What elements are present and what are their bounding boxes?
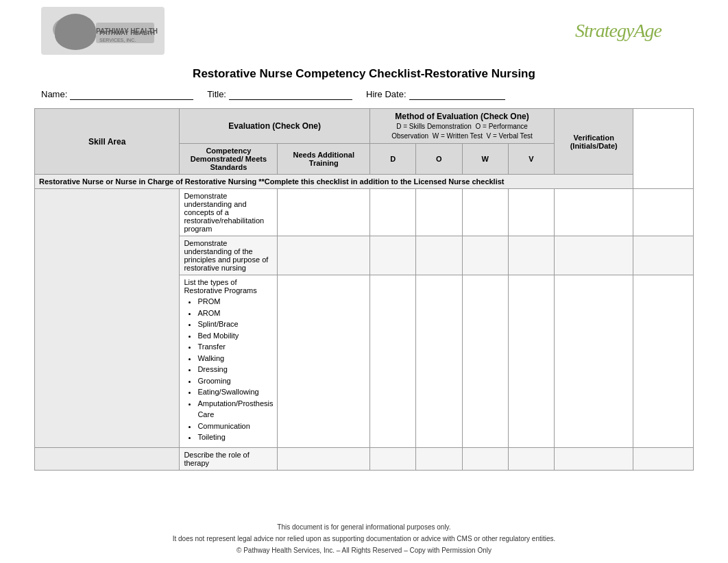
skill-list: PROM AROM Splint/Brace Bed Mobility Tran… <box>184 296 273 443</box>
document-title: Restorative Nurse Competency Checklist-R… <box>0 62 728 89</box>
logo-right-text: StrategyAge <box>575 20 662 42</box>
footer-line1: This document is for general information… <box>0 521 728 533</box>
d-col-header: D <box>370 144 416 175</box>
v-col-header: V <box>508 144 554 175</box>
check-w-3[interactable] <box>508 275 554 448</box>
skill-area-cell <box>35 189 180 448</box>
check-v-1[interactable] <box>555 189 633 236</box>
verification-header: Verification (Initials/Date) <box>555 109 633 175</box>
header-logos: PATHWAY HEALTH SERVICES, INC. StrategyAg… <box>0 0 728 62</box>
list-item: Bed Mobility <box>197 330 273 342</box>
check-d-2[interactable] <box>416 236 462 275</box>
check-needs-2[interactable] <box>370 236 416 275</box>
table-row: Demonstrate understanding and concepts o… <box>35 189 694 236</box>
list-item: Grooming <box>197 375 273 387</box>
check-needs-3[interactable] <box>370 275 416 448</box>
title-field: Title: <box>207 89 352 100</box>
page: PATHWAY HEALTH SERVICES, INC. StrategyAg… <box>0 0 728 563</box>
w-col-header: W <box>462 144 508 175</box>
method-header: Method of Evaluation (Check One) D = Ski… <box>370 109 555 144</box>
skill-area-cell-2 <box>35 447 180 470</box>
list-item: Dressing <box>197 364 273 375</box>
check-d-4[interactable] <box>416 447 462 470</box>
check-v-2[interactable] <box>555 236 633 275</box>
logo-right: StrategyAge <box>550 10 687 51</box>
competency-table: Skill Area Evaluation (Check One) Method… <box>34 108 694 471</box>
title-line <box>229 89 352 100</box>
check-w-2[interactable] <box>508 236 554 275</box>
check-v-3[interactable] <box>555 275 633 448</box>
skill-area-header: Skill Area <box>35 109 180 175</box>
competency-col-header: Competency Demonstrated/ Meets Standards <box>180 144 278 175</box>
list-item: PROM <box>197 296 273 308</box>
check-v-4[interactable] <box>555 447 633 470</box>
verification-2[interactable] <box>633 236 694 275</box>
check-o-4[interactable] <box>462 447 508 470</box>
skill-item-1: Demonstrate understanding and concepts o… <box>180 189 278 236</box>
check-competency-2[interactable] <box>278 236 370 275</box>
list-item: Communication <box>197 421 273 432</box>
title-label: Title: <box>207 89 226 99</box>
name-label: Name: <box>41 89 67 99</box>
list-item: Eating/Swallowing <box>197 386 273 398</box>
check-needs-4[interactable] <box>370 447 416 470</box>
needs-col-header: Needs Additional Training <box>278 144 370 175</box>
list-item: Amputation/Prosthesis Care <box>197 398 273 421</box>
name-line <box>70 89 193 100</box>
check-d-3[interactable] <box>416 275 462 448</box>
footer-line2: It does not represent legal advice nor r… <box>0 533 728 545</box>
eval-header: Evaluation (Check One) <box>180 109 370 144</box>
check-o-2[interactable] <box>462 236 508 275</box>
check-competency-4[interactable] <box>278 447 370 470</box>
hire-date-line <box>409 89 505 100</box>
check-w-4[interactable] <box>508 447 554 470</box>
method-legend: D = Skills Demonstration O = Performance… <box>391 123 533 140</box>
verification-3[interactable] <box>633 275 694 448</box>
skill-item-4: Describe the role of therapy <box>180 447 278 470</box>
skill-list-header: List the types of Restorative Programs <box>184 278 273 295</box>
check-needs-1[interactable] <box>370 189 416 236</box>
skill-item-2: Demonstrate understanding of the princip… <box>180 236 278 275</box>
check-o-1[interactable] <box>462 189 508 236</box>
list-item: Walking <box>197 353 273 364</box>
svg-text:PATHWAY HEALTH: PATHWAY HEALTH <box>99 29 155 36</box>
logo-left: PATHWAY HEALTH SERVICES, INC. <box>41 7 165 55</box>
name-field: Name: <box>41 89 193 100</box>
section-title: Restorative Nurse or Nurse in Charge of … <box>35 175 633 189</box>
check-d-1[interactable] <box>416 189 462 236</box>
check-competency-1[interactable] <box>278 189 370 236</box>
main-table-wrap: Skill Area Evaluation (Check One) Method… <box>0 108 728 512</box>
svg-text:SERVICES, INC.: SERVICES, INC. <box>99 38 136 42</box>
footer: This document is for general information… <box>0 512 728 563</box>
skill-item-3: List the types of Restorative Programs P… <box>180 275 278 448</box>
hire-date-label: Hire Date: <box>366 89 407 99</box>
check-competency-3[interactable] <box>278 275 370 448</box>
check-o-3[interactable] <box>462 275 508 448</box>
fields-row: Name: Title: Hire Date: <box>0 89 728 108</box>
hire-date-field: Hire Date: <box>366 89 505 100</box>
list-item: Toileting <box>197 431 273 443</box>
verification-4[interactable] <box>633 447 694 470</box>
list-item: Splint/Brace <box>197 318 273 330</box>
verification-1[interactable] <box>633 189 694 236</box>
list-item: AROM <box>197 308 273 319</box>
o-col-header: O <box>416 144 462 175</box>
list-item: Transfer <box>197 341 273 353</box>
section-header-row: Restorative Nurse or Nurse in Charge of … <box>35 175 694 189</box>
svg-point-1 <box>53 18 77 40</box>
check-w-1[interactable] <box>508 189 554 236</box>
svg-point-0 <box>55 20 96 50</box>
footer-line3: © Pathway Health Services, Inc. – All Ri… <box>0 545 728 556</box>
table-row: Describe the role of therapy <box>35 447 694 470</box>
